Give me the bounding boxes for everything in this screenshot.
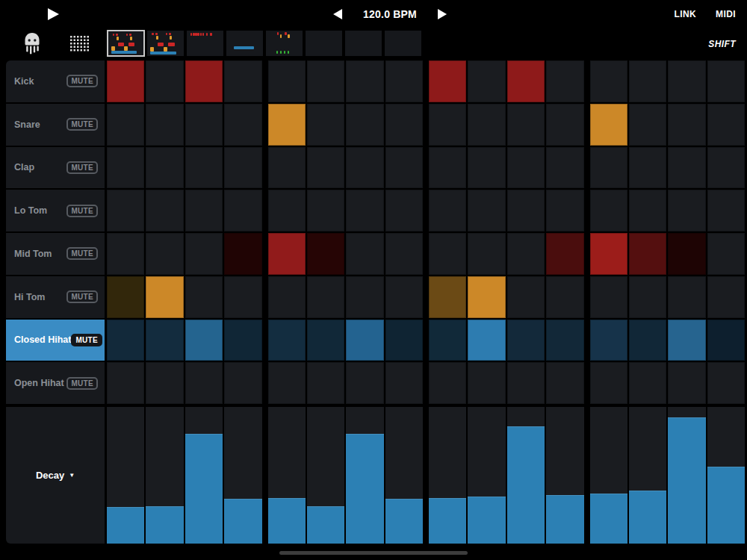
- pattern-thumbnail-4[interactable]: [226, 30, 264, 57]
- pattern-thumbnail-2[interactable]: [146, 30, 185, 57]
- track-label-clap[interactable]: ClapMUTE: [6, 147, 105, 189]
- step-cell-row4-step10[interactable]: [468, 190, 505, 231]
- step-cell-row3-step10[interactable]: [468, 147, 505, 189]
- step-cell-row7-step3[interactable]: [185, 320, 223, 361]
- step-cell-row3-step8[interactable]: [385, 147, 423, 189]
- shift-button[interactable]: SHIFT: [708, 28, 736, 60]
- step-cell-row4-step15[interactable]: [668, 190, 705, 231]
- step-cell-row8-step14[interactable]: [629, 362, 666, 404]
- play-icon[interactable]: [48, 8, 59, 20]
- midi-button[interactable]: MIDI: [716, 9, 736, 19]
- step-cell-row6-step10[interactable]: [468, 276, 505, 318]
- step-cell-row4-step9[interactable]: [429, 190, 466, 231]
- step-cell-row8-step6[interactable]: [307, 362, 344, 404]
- step-cell-row7-step9[interactable]: [429, 320, 466, 361]
- step-cell-row4-step12[interactable]: [546, 190, 583, 231]
- step-cell-row7-step16[interactable]: [707, 320, 745, 361]
- bpm-increase-icon[interactable]: [438, 9, 447, 19]
- step-cell-row1-step11[interactable]: [507, 60, 545, 102]
- step-cell-row2-step7[interactable]: [346, 104, 383, 146]
- step-cell-row8-step2[interactable]: [146, 362, 183, 404]
- mute-button[interactable]: MUTE: [66, 118, 98, 131]
- step-cell-row2-step6[interactable]: [307, 104, 344, 146]
- step-cell-row6-step11[interactable]: [507, 276, 545, 318]
- step-cell-row3-step11[interactable]: [507, 147, 545, 189]
- step-cell-row2-step10[interactable]: [468, 104, 505, 146]
- track-label-mid-tom[interactable]: Mid TomMUTE: [6, 233, 105, 275]
- step-cell-row4-step4[interactable]: [224, 190, 261, 231]
- step-cell-row2-step13[interactable]: [590, 104, 627, 146]
- mute-button[interactable]: MUTE: [71, 334, 102, 346]
- mute-button[interactable]: MUTE: [66, 161, 98, 174]
- step-cell-row3-step13[interactable]: [590, 147, 627, 189]
- step-cell-row1-step9[interactable]: [429, 60, 466, 102]
- step-cell-row4-step3[interactable]: [185, 190, 223, 231]
- step-cell-row3-step9[interactable]: [429, 147, 466, 189]
- track-label-snare[interactable]: SnareMUTE: [6, 104, 105, 146]
- step-cell-row6-step7[interactable]: [346, 276, 383, 318]
- parameter-selector[interactable]: Decay ▼: [6, 407, 105, 544]
- step-cell-row7-step1[interactable]: [107, 320, 144, 361]
- step-cell-row5-step15[interactable]: [668, 233, 705, 275]
- step-cell-row6-step14[interactable]: [629, 276, 666, 318]
- step-cell-row2-step2[interactable]: [146, 104, 183, 146]
- step-cell-row8-step16[interactable]: [707, 362, 745, 404]
- step-cell-row1-step16[interactable]: [707, 60, 745, 102]
- decay-bar-3[interactable]: [185, 407, 223, 544]
- step-cell-row2-step9[interactable]: [429, 104, 466, 146]
- step-cell-row7-step5[interactable]: [268, 320, 306, 361]
- step-cell-row6-step15[interactable]: [668, 276, 705, 318]
- step-cell-row5-step5[interactable]: [268, 233, 306, 275]
- step-cell-row3-step16[interactable]: [707, 147, 745, 189]
- track-label-kick[interactable]: KickMUTE: [6, 60, 105, 102]
- step-cell-row2-step8[interactable]: [385, 104, 423, 146]
- step-cell-row5-step9[interactable]: [429, 233, 466, 275]
- decay-bar-16[interactable]: [707, 407, 745, 544]
- step-cell-row1-step3[interactable]: [185, 60, 223, 102]
- step-cell-row5-step8[interactable]: [385, 233, 423, 275]
- step-cell-row3-step3[interactable]: [185, 147, 223, 189]
- step-cell-row6-step8[interactable]: [385, 276, 423, 318]
- pattern-thumbnail-6[interactable]: [305, 30, 343, 57]
- step-cell-row7-step2[interactable]: [146, 320, 183, 361]
- step-cell-row5-step6[interactable]: [307, 233, 344, 275]
- mute-button[interactable]: MUTE: [66, 247, 98, 260]
- step-cell-row4-step5[interactable]: [268, 190, 306, 231]
- step-cell-row5-step7[interactable]: [346, 233, 383, 275]
- step-cell-row4-step6[interactable]: [307, 190, 344, 231]
- step-cell-row8-step11[interactable]: [507, 362, 545, 404]
- step-cell-row8-step9[interactable]: [429, 362, 466, 404]
- mute-button[interactable]: MUTE: [66, 75, 98, 87]
- step-cell-row4-step2[interactable]: [146, 190, 183, 231]
- step-cell-row3-step15[interactable]: [668, 147, 705, 189]
- pattern-thumbnail-5[interactable]: [265, 30, 303, 57]
- step-cell-row7-step6[interactable]: [307, 320, 344, 361]
- mute-button[interactable]: MUTE: [66, 205, 98, 217]
- decay-bar-10[interactable]: [468, 407, 505, 544]
- step-cell-row6-step6[interactable]: [307, 276, 344, 318]
- step-cell-row7-step8[interactable]: [385, 320, 423, 361]
- step-cell-row8-step15[interactable]: [668, 362, 705, 404]
- step-cell-row2-step14[interactable]: [629, 104, 666, 146]
- step-cell-row4-step13[interactable]: [590, 190, 627, 231]
- step-cell-row6-step1[interactable]: [107, 276, 144, 318]
- step-cell-row7-step15[interactable]: [668, 320, 705, 361]
- octopus-logo-icon[interactable]: [20, 31, 44, 57]
- step-cell-row1-step1[interactable]: [107, 60, 144, 102]
- step-cell-row8-step5[interactable]: [268, 362, 306, 404]
- step-cell-row5-step1[interactable]: [107, 233, 144, 275]
- step-cell-row8-step10[interactable]: [468, 362, 505, 404]
- step-cell-row4-step11[interactable]: [507, 190, 545, 231]
- step-cell-row2-step11[interactable]: [507, 104, 545, 146]
- step-cell-row1-step8[interactable]: [385, 60, 423, 102]
- step-cell-row6-step13[interactable]: [590, 276, 627, 318]
- link-button[interactable]: LINK: [674, 9, 696, 19]
- decay-bar-13[interactable]: [590, 407, 627, 544]
- pattern-thumbnail-8[interactable]: [384, 30, 422, 57]
- decay-bar-14[interactable]: [629, 407, 666, 544]
- step-cell-row2-step12[interactable]: [546, 104, 583, 146]
- step-cell-row5-step13[interactable]: [590, 233, 627, 275]
- step-cell-row5-step16[interactable]: [707, 233, 745, 275]
- step-cell-row2-step5[interactable]: [268, 104, 306, 146]
- step-cell-row5-step2[interactable]: [146, 233, 183, 275]
